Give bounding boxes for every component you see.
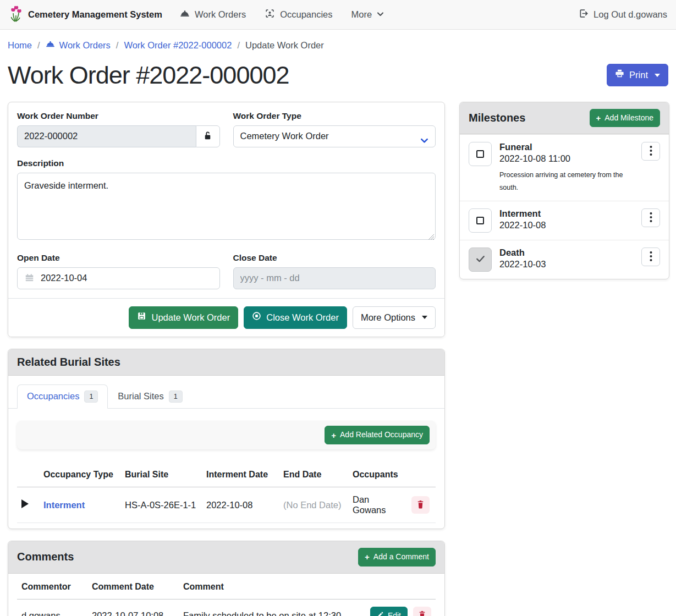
more-options-label: More Options — [361, 311, 415, 324]
print-button[interactable]: Print — [607, 64, 668, 86]
helmet-icon — [46, 40, 55, 51]
open-date-input[interactable] — [17, 267, 220, 289]
col-comment: Comment — [179, 575, 366, 600]
unlock-icon — [202, 130, 213, 142]
work-order-number-field: Work Order Number — [17, 111, 220, 147]
breadcrumb: Home / Work Orders / Work Order #2022-00… — [0, 30, 676, 57]
add-related-occupancy-label: Add Related Occupancy — [340, 430, 423, 441]
page-title: Work Order #2022-000002 — [8, 61, 289, 90]
nav-more[interactable]: More — [351, 9, 384, 20]
related-burial-sites-card: Related Burial Sites Occupancies 1 Buria… — [8, 349, 445, 529]
page-header: Work Order #2022-000002 Print — [0, 57, 676, 102]
trash-icon — [416, 500, 425, 510]
milestone-checkbox-checked[interactable] — [469, 248, 492, 272]
comments-title: Comments — [17, 551, 74, 563]
close-date-input[interactable] — [233, 267, 436, 289]
milestones-card: Milestones + Add Milestone Funeral 2022-… — [459, 102, 669, 280]
edit-comment-label: Edit — [388, 610, 401, 616]
edit-comment-button[interactable]: Edit — [370, 607, 408, 616]
add-comment-button[interactable]: + Add a Comment — [358, 548, 436, 566]
work-order-type-value: Cemetery Work Order — [240, 131, 329, 141]
comment-text: Family scheduled to be on site at 12:30. — [179, 599, 366, 616]
comments-table: Commentor Comment Date Comment d.gowans … — [8, 574, 444, 616]
tab-occupancies-badge: 1 — [84, 391, 98, 403]
milestone-menu-button[interactable] — [641, 142, 660, 161]
app-brand-link[interactable]: Cemetery Management System — [9, 6, 162, 24]
more-options-caret-icon — [422, 316, 427, 319]
tab-burial-sites[interactable]: Burial Sites 1 — [108, 384, 192, 409]
delete-comment-button[interactable] — [413, 607, 431, 616]
plus-icon: + — [331, 431, 336, 439]
col-end-date: End Date — [279, 463, 348, 487]
main-nav: Work Orders Occupancies More — [180, 8, 384, 21]
end-date-value: (No End Date) — [279, 487, 348, 523]
logout-link[interactable]: Log Out d.gowans — [578, 8, 667, 21]
add-related-occupancy-button[interactable]: + Add Related Occupancy — [325, 426, 430, 444]
milestone-item-interment: Interment 2022-10-08 — [460, 201, 669, 240]
plus-icon: + — [365, 553, 370, 561]
description-field: Description Graveside interment. — [17, 158, 436, 242]
work-order-type-select[interactable]: Cemetery Work Order — [233, 125, 436, 147]
milestone-menu-button[interactable] — [641, 248, 660, 266]
breadcrumb-work-order[interactable]: Work Order #2022-000002 — [124, 40, 232, 51]
breadcrumb-current: Update Work Order — [245, 40, 324, 51]
top-navbar: Cemetery Management System Work Orders — [0, 0, 676, 30]
work-order-type-field: Work Order Type Cemetery Work Order — [233, 111, 436, 147]
add-comment-label: Add a Comment — [373, 552, 429, 563]
breadcrumb-separator: / — [116, 40, 119, 51]
milestones-title: Milestones — [469, 112, 525, 124]
comment-date-value: 2022-10-07 10:08 — [87, 599, 179, 616]
occupancy-type-link[interactable]: Interment — [43, 500, 85, 510]
col-comment-date: Comment Date — [87, 575, 179, 600]
expand-column-header — [17, 463, 39, 487]
col-commentor: Commentor — [17, 575, 87, 600]
more-options-button[interactable]: More Options — [353, 306, 436, 329]
description-textarea[interactable]: Graveside interment. — [17, 173, 436, 240]
breadcrumb-separator: / — [237, 40, 240, 51]
milestone-checkbox[interactable] — [469, 208, 492, 233]
close-work-order-label: Close Work Order — [266, 311, 339, 324]
milestone-title: Death — [499, 248, 634, 258]
milestone-date: 2022-10-08 — [499, 220, 634, 230]
logout-label: Log Out d.gowans — [593, 9, 667, 20]
kebab-icon — [650, 145, 652, 158]
nav-work-orders[interactable]: Work Orders — [180, 9, 246, 21]
milestone-checkbox[interactable] — [469, 142, 492, 166]
add-milestone-button[interactable]: + Add Milestone — [590, 109, 660, 128]
col-actions — [407, 463, 436, 487]
breadcrumb-work-orders[interactable]: Work Orders — [46, 40, 111, 51]
milestone-item-funeral: Funeral 2022-10-08 11:00 Procession arri… — [460, 134, 669, 201]
print-label: Print — [629, 69, 648, 81]
col-comment-actions — [366, 575, 436, 600]
work-order-number-input[interactable] — [17, 125, 196, 147]
update-work-order-button[interactable]: Update Work Order — [129, 306, 238, 329]
check-icon — [475, 254, 486, 266]
related-burial-sites-title: Related Burial Sites — [17, 356, 120, 369]
milestone-menu-button[interactable] — [641, 208, 660, 227]
milestone-date: 2022-10-03 — [499, 259, 634, 270]
tab-occupancies-label: Occupancies — [27, 391, 79, 402]
tab-occupancies[interactable]: Occupancies 1 — [17, 384, 108, 409]
close-work-order-button[interactable]: Close Work Order — [244, 306, 347, 329]
occupancy-frame-icon — [265, 8, 275, 21]
milestone-title: Interment — [499, 208, 634, 219]
checkbox-unchecked-icon — [476, 150, 484, 158]
unlock-button[interactable] — [196, 125, 220, 147]
milestone-note: Procession arriving at cemetery from the… — [499, 169, 627, 194]
milestone-date: 2022-10-08 11:00 — [499, 153, 634, 164]
app-brand-label: Cemetery Management System — [28, 9, 162, 20]
delete-occupancy-button[interactable] — [411, 496, 430, 514]
kebab-icon — [650, 251, 652, 263]
expand-row-icon[interactable] — [21, 499, 29, 508]
breadcrumb-home[interactable]: Home — [8, 40, 32, 51]
nav-occupancies-label: Occupancies — [280, 9, 332, 20]
form-actions: Update Work Order Close Work Order More … — [8, 298, 444, 337]
related-tabs: Occupancies 1 Burial Sites 1 — [8, 376, 444, 409]
nav-occupancies[interactable]: Occupancies — [265, 8, 332, 21]
stop-circle-icon — [252, 311, 261, 324]
commentor-value: d.gowans — [17, 599, 87, 616]
milestone-title: Funeral — [499, 142, 634, 152]
close-date-field: Close Date — [233, 253, 436, 289]
kebab-icon — [650, 212, 652, 224]
work-order-form-card: Work Order Number — [8, 102, 445, 337]
